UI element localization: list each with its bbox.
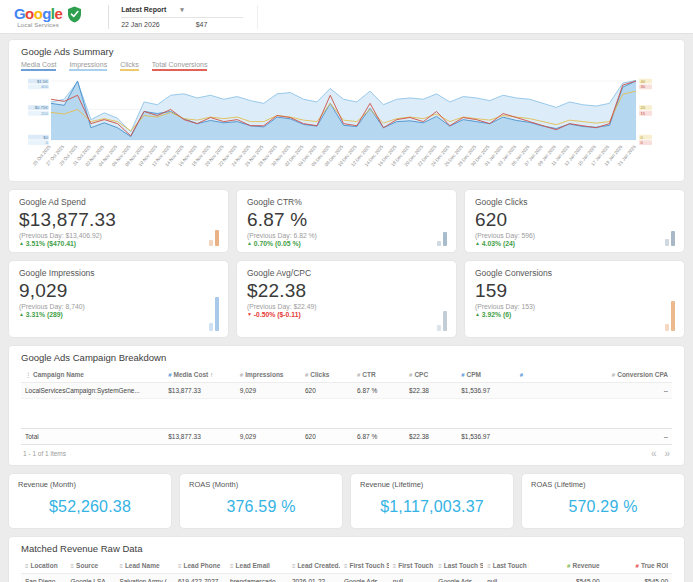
- hash-icon: #: [357, 372, 360, 378]
- kpi-row-1: Google Ad Spend$13,877.33(Previous Day: …: [8, 189, 685, 253]
- trend-up-icon: ▲: [475, 240, 480, 246]
- column-header-campaign-name[interactable]: ⋮Campaign Name: [21, 367, 164, 383]
- campaign-table-pagination: 1 - 1 of 1 items « »: [21, 445, 672, 461]
- kpi-change: ▲ 3.92% (6): [475, 311, 674, 318]
- table-cell: null: [483, 573, 529, 582]
- column-header-ctr[interactable]: #CTR: [353, 367, 405, 383]
- column-header-lead-phone[interactable]: ≡Lead Phone: [174, 558, 226, 574]
- revenue-card-title: ROAS (Lifetime): [531, 480, 675, 489]
- table-cell: null: [389, 573, 435, 582]
- column-header-revenue[interactable]: #Revenue: [529, 558, 604, 574]
- column-header-first-touch-so[interactable]: ≡First Touch So...: [340, 558, 389, 574]
- trend-up-icon: ▲: [247, 240, 252, 246]
- table-cell: 9,029: [236, 382, 301, 398]
- pagination-next-icon[interactable]: »: [664, 449, 670, 459]
- kpi-card-google-ad-spend: Google Ad Spend$13,877.33(Previous Day: …: [8, 189, 229, 253]
- legend-item-impressions[interactable]: Impressions: [69, 61, 107, 71]
- column-header-col[interactable]: #: [516, 367, 536, 383]
- table-cell: San Diego: [21, 573, 67, 582]
- column-header-cpc[interactable]: #CPC: [405, 367, 457, 383]
- table-cell: LocalServicesCampaign:SystemGene...: [21, 382, 164, 398]
- trend-up-icon: ▲: [475, 311, 480, 317]
- kpi-value: 6.87 %: [247, 209, 446, 231]
- revenue-card-roas-lifetime: ROAS (Lifetime)570.29 %: [521, 473, 685, 529]
- kpi-title: Google Avg/CPC: [247, 268, 446, 278]
- table-cell: [516, 382, 536, 398]
- filter-icon: ≡: [292, 563, 296, 569]
- filter-icon: ≡: [119, 563, 123, 569]
- table-cell: Google LSA: [67, 573, 116, 582]
- table-cell: $22.38: [405, 382, 457, 398]
- table-cell: 619-422-7027: [174, 573, 226, 582]
- kpi-previous-value: (Previous Day: 596): [475, 232, 674, 239]
- column-header-lead-created[interactable]: ≡Lead Created... ↓: [288, 558, 340, 574]
- revenue-card-revenue-lifetime: Revenue (Lifetime)$1,117,003.37: [350, 473, 514, 529]
- table-cell: 2026-01-22: [288, 573, 340, 582]
- hash-icon: #: [168, 372, 171, 378]
- column-header-last-touch-key[interactable]: ≡Last Touch Key...: [483, 558, 529, 574]
- kpi-change: ▲ 4.03% (24): [475, 240, 674, 247]
- matched-revenue-table: ≡Location≡Source≡Lead Name≡Lead Phone≡Le…: [21, 558, 672, 582]
- table-cell: Salvation Army (...: [115, 573, 174, 582]
- kpi-change: ▼ -0.50% ($-0.11): [247, 311, 446, 318]
- caret-down-icon: ▾: [180, 6, 184, 14]
- report-date: 22 Jan 2026: [121, 21, 160, 28]
- menu-icon: ⋮: [25, 372, 31, 378]
- kpi-title: Google Clicks: [475, 197, 674, 207]
- ads-summary-chart-container: $1.5K4004030$0.75K2002015$000025 Oct 202…: [21, 74, 672, 177]
- hash-icon: #: [305, 372, 308, 378]
- revenue-card-title: Revenue (Month): [18, 480, 162, 489]
- column-header-clicks[interactable]: #Clicks: [301, 367, 353, 383]
- total-cell: 9,029: [236, 428, 301, 444]
- legend-item-total-conversions[interactable]: Total Conversions: [152, 61, 208, 71]
- table-total-row: Total$13,877.339,0296206.87 %$22.38$1,53…: [21, 428, 672, 444]
- kpi-value: $13,877.33: [19, 209, 218, 231]
- column-header-lead-name[interactable]: ≡Lead Name: [115, 558, 174, 574]
- kpi-sparkline: [437, 232, 447, 246]
- table-cell: --: [535, 382, 672, 398]
- report-value: $47: [196, 21, 208, 28]
- kpi-previous-value: (Previous Day: $22.49): [247, 303, 446, 310]
- hash-icon: #: [461, 372, 464, 378]
- table-cell: brendamercado...: [226, 573, 288, 582]
- column-header-conversion-cpa[interactable]: #Conversion CPA: [535, 367, 672, 383]
- hash-icon: #: [567, 563, 570, 569]
- svg-text:$0.75K: $0.75K: [35, 105, 48, 110]
- column-header-first-touch-ke[interactable]: ≡First Touch Ke...: [389, 558, 435, 574]
- legend-item-media-cost[interactable]: Media Cost: [21, 61, 56, 71]
- table-cell: 6.87 %: [353, 382, 405, 398]
- table-cell: $1,536.97: [457, 382, 516, 398]
- kpi-card-google-conversions: Google Conversions159(Previous Day: 153)…: [464, 260, 685, 338]
- pagination-prev-icon[interactable]: «: [651, 449, 657, 459]
- column-header-true-roi[interactable]: #True ROI: [604, 558, 672, 574]
- report-selector-label: Latest Report: [121, 6, 166, 13]
- column-header-last-touch-sou[interactable]: ≡Last Touch Sou...: [434, 558, 483, 574]
- report-selector[interactable]: Latest Report ▾ 22 Jan 2026 $47: [108, 5, 258, 29]
- table-cell: 620: [301, 382, 353, 398]
- column-header-impressions[interactable]: #Impressions: [236, 367, 301, 383]
- ads-summary-chart: $1.5K4004030$0.75K2002015$000025 Oct 202…: [21, 74, 672, 177]
- legend-item-clicks[interactable]: Clicks: [120, 61, 139, 71]
- trend-up-icon: ▲: [19, 311, 24, 317]
- campaign-breakdown-panel: Google Ads Campaign Breakdown ⋮Campaign …: [8, 345, 685, 466]
- revenue-card-title: ROAS (Month): [189, 480, 333, 489]
- column-header-source[interactable]: ≡Source: [67, 558, 116, 574]
- kpi-title: Google Ad Spend: [19, 197, 218, 207]
- column-header-location[interactable]: ≡Location: [21, 558, 67, 574]
- hash-icon: #: [520, 372, 523, 378]
- column-header-media-cost[interactable]: #Media Cost ↑: [164, 367, 236, 383]
- total-cell: [516, 428, 536, 444]
- svg-text:20: 20: [641, 105, 646, 110]
- column-header-lead-email[interactable]: ≡Lead Email: [226, 558, 288, 574]
- column-header-cpm[interactable]: #CPM: [457, 367, 516, 383]
- pagination-info: 1 - 1 of 1 items: [23, 450, 66, 457]
- table-cell: $13,877.33: [164, 382, 236, 398]
- svg-text:$0: $0: [43, 135, 48, 140]
- kpi-value: 620: [475, 209, 674, 231]
- app-header: Google Local Services Latest Report ▾ 22…: [0, 0, 693, 34]
- kpi-row-2: Google Impressions9,029(Previous Day: 8,…: [8, 260, 685, 338]
- filter-icon: ≡: [438, 563, 442, 569]
- google-local-services-logo: Google Local Services: [14, 6, 82, 28]
- hash-icon: #: [612, 372, 615, 378]
- kpi-card-google-avg-cpc: Google Avg/CPC$22.38(Previous Day: $22.4…: [236, 260, 457, 338]
